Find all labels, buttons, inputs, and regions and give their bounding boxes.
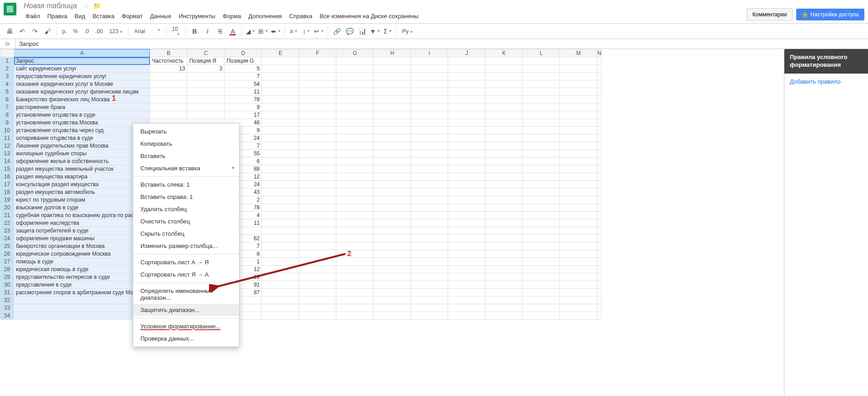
cell-M27[interactable]	[560, 258, 597, 266]
cell-H3[interactable]	[374, 73, 411, 80]
cell-J4[interactable]	[448, 80, 485, 88]
cell-I2[interactable]	[411, 65, 448, 73]
col-header-K[interactable]: K	[485, 50, 523, 57]
cell-K27[interactable]	[485, 258, 523, 266]
cell-L28[interactable]	[523, 266, 560, 273]
cell-N15[interactable]	[597, 165, 602, 173]
cell-K1[interactable]	[485, 57, 523, 65]
cell-G4[interactable]	[336, 80, 374, 88]
cell-F25[interactable]	[299, 243, 336, 250]
cell-K13[interactable]	[485, 150, 523, 158]
ctx-item-3[interactable]: Специальная вставка	[133, 162, 239, 174]
row-header-8[interactable]: 8	[0, 111, 14, 119]
cell-E6[interactable]	[262, 96, 299, 104]
row-header-24[interactable]: 24	[0, 235, 14, 243]
cell-A9[interactable]: установление отцовства Москва	[14, 119, 150, 127]
cell-E9[interactable]	[262, 119, 299, 127]
col-header-G[interactable]: G	[336, 50, 374, 57]
cell-K14[interactable]	[485, 158, 523, 165]
cell-I13[interactable]	[411, 150, 448, 158]
cell-B4[interactable]	[150, 80, 187, 88]
cell-A25[interactable]: банкротство организации в Москва	[14, 243, 150, 250]
cell-F17[interactable]	[299, 181, 336, 188]
cell-N19[interactable]	[597, 196, 602, 204]
cell-A19[interactable]: юрист по трудовым спорам	[14, 196, 150, 204]
cell-N4[interactable]	[597, 80, 602, 88]
vertical-align-icon[interactable]: ↕▼	[300, 25, 312, 37]
cell-J31[interactable]	[448, 289, 485, 297]
cell-J13[interactable]	[448, 150, 485, 158]
cell-B7[interactable]	[150, 104, 187, 111]
cell-G17[interactable]	[336, 181, 374, 188]
cell-N3[interactable]	[597, 73, 602, 80]
cell-L31[interactable]	[523, 289, 560, 297]
cell-F29[interactable]	[299, 273, 336, 281]
cell-K16[interactable]	[485, 173, 523, 181]
cell-A23[interactable]: защита потребителей в суде	[14, 227, 150, 235]
row-header-18[interactable]: 18	[0, 188, 14, 196]
cell-L33[interactable]	[523, 304, 560, 312]
cell-J5[interactable]	[448, 88, 485, 96]
spreadsheet-grid[interactable]: ABCDEFGHIJKLMN1ЗапросЧастотностьПозиция …	[0, 49, 602, 320]
cell-F15[interactable]	[299, 165, 336, 173]
functions-icon[interactable]: Σ▼	[382, 25, 394, 37]
cell-A32[interactable]	[14, 297, 150, 304]
cell-L8[interactable]	[523, 111, 560, 119]
cell-N25[interactable]	[597, 243, 602, 250]
cell-I28[interactable]	[411, 266, 448, 273]
cell-K2[interactable]	[485, 65, 523, 73]
row-header-30[interactable]: 30	[0, 281, 14, 289]
cell-J29[interactable]	[448, 273, 485, 281]
cell-K8[interactable]	[485, 111, 523, 119]
cell-E21[interactable]	[262, 212, 299, 219]
comments-button[interactable]: Комментарии	[747, 8, 793, 21]
cell-G29[interactable]	[336, 273, 374, 281]
menu-form[interactable]: Форма	[219, 11, 245, 21]
cell-H6[interactable]	[374, 96, 411, 104]
cell-M24[interactable]	[560, 235, 597, 243]
cell-A26[interactable]: юридическое сопровождение Москва	[14, 250, 150, 258]
share-button[interactable]: 🔒 Настройки доступа	[796, 9, 864, 20]
row-header-21[interactable]: 21	[0, 212, 14, 219]
cell-N9[interactable]	[597, 119, 602, 127]
cell-F16[interactable]	[299, 173, 336, 181]
cell-J34[interactable]	[448, 312, 485, 320]
cell-I5[interactable]	[411, 88, 448, 96]
italic-icon[interactable]: I	[201, 25, 213, 37]
cell-G27[interactable]	[336, 258, 374, 266]
cell-J19[interactable]	[448, 196, 485, 204]
cell-N31[interactable]	[597, 289, 602, 297]
cell-H31[interactable]	[374, 289, 411, 297]
cell-M13[interactable]	[560, 150, 597, 158]
cell-J22[interactable]	[448, 219, 485, 227]
cell-L34[interactable]	[523, 312, 560, 320]
cell-H16[interactable]	[374, 173, 411, 181]
cell-F22[interactable]	[299, 219, 336, 227]
row-header-27[interactable]: 27	[0, 258, 14, 266]
cell-J32[interactable]	[448, 297, 485, 304]
ctx-item-1[interactable]: Копировать	[133, 138, 239, 150]
row-header-22[interactable]: 22	[0, 219, 14, 227]
cell-E16[interactable]	[262, 173, 299, 181]
col-header-N[interactable]: N	[597, 50, 602, 57]
col-header-D[interactable]: D	[224, 50, 262, 57]
cell-L15[interactable]	[523, 165, 560, 173]
cell-M2[interactable]	[560, 65, 597, 73]
row-header-23[interactable]: 23	[0, 227, 14, 235]
cell-N32[interactable]	[597, 297, 602, 304]
cell-I14[interactable]	[411, 158, 448, 165]
cell-G20[interactable]	[336, 204, 374, 212]
cell-B2[interactable]: 13	[150, 65, 187, 73]
cell-I27[interactable]	[411, 258, 448, 266]
cell-F11[interactable]	[299, 134, 336, 142]
cell-L29[interactable]	[523, 273, 560, 281]
cell-M12[interactable]	[560, 142, 597, 150]
cell-M7[interactable]	[560, 104, 597, 111]
row-header-12[interactable]: 12	[0, 142, 14, 150]
cell-N2[interactable]	[597, 65, 602, 73]
cell-G3[interactable]	[336, 73, 374, 80]
cell-F33[interactable]	[299, 304, 336, 312]
cell-E28[interactable]	[262, 266, 299, 273]
cell-E24[interactable]	[262, 235, 299, 243]
cell-H13[interactable]	[374, 150, 411, 158]
